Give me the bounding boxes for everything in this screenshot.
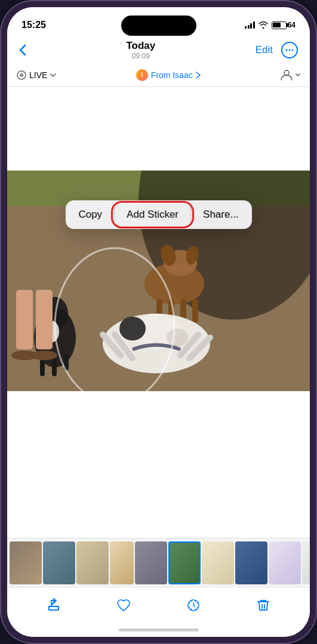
white-space-top	[7, 87, 310, 171]
from-label[interactable]: I From Isaac	[136, 69, 201, 81]
thumbnail-strip[interactable]	[7, 538, 310, 587]
thumbnail-6[interactable]	[168, 541, 201, 584]
thumbnail-2[interactable]	[43, 541, 75, 584]
edit-button[interactable]: Edit	[256, 44, 273, 56]
home-bar	[119, 628, 199, 631]
screen: 15:25 64	[7, 7, 310, 637]
svg-point-3	[284, 70, 289, 75]
add-sticker-menu-item[interactable]: Add Sticker	[115, 203, 190, 227]
svg-point-2	[291, 49, 293, 51]
nav-subtitle: 09:09	[132, 52, 150, 60]
status-icons: 64	[245, 21, 296, 29]
thumbnail-10[interactable]	[302, 541, 310, 584]
avatar: I	[136, 69, 148, 81]
chevron-down-small-icon	[296, 73, 300, 76]
bottom-bar	[7, 587, 310, 623]
thumbnail-1[interactable]	[10, 541, 42, 584]
live-badge[interactable]: LIVE	[17, 70, 56, 80]
share-button[interactable]	[41, 592, 67, 618]
person-button[interactable]	[280, 70, 300, 80]
svg-rect-29	[16, 290, 33, 349]
svg-rect-34	[49, 606, 59, 610]
live-label: LIVE	[29, 70, 47, 80]
chevron-down-icon	[50, 73, 56, 77]
white-space-bottom	[7, 391, 310, 463]
svg-point-32	[31, 351, 57, 360]
thumbnail-8[interactable]	[235, 541, 267, 584]
context-menu: Copy Add Sticker Share...	[65, 200, 251, 229]
photo-toolbar: LIVE I From Isaac	[7, 63, 310, 87]
svg-rect-11	[52, 358, 57, 376]
svg-rect-30	[36, 290, 53, 349]
thumbnail-5[interactable]	[135, 541, 167, 584]
nav-center: Today 09:09	[126, 40, 155, 60]
from-text: From Isaac	[151, 70, 193, 80]
nav-bar: Today 09:09 Edit	[7, 37, 310, 63]
thumbnail-9[interactable]	[269, 541, 301, 584]
more-button[interactable]	[281, 42, 298, 58]
thumbnail-4[interactable]	[110, 541, 134, 584]
battery-icon: 64	[272, 21, 296, 29]
phone-frame: 15:25 64	[0, 0, 317, 644]
nav-title: Today	[126, 40, 155, 52]
chevron-right-icon	[196, 72, 201, 79]
signal-icon	[245, 21, 255, 29]
status-time: 15:25	[21, 20, 46, 30]
live-circle-icon	[17, 70, 26, 80]
photo-area: Copy Add Sticker Share...	[7, 87, 310, 538]
copy-menu-item[interactable]: Copy	[66, 203, 114, 227]
nav-right: Edit	[256, 42, 298, 58]
svg-point-1	[288, 49, 290, 51]
dog-photo: Copy Add Sticker Share...	[7, 171, 310, 391]
back-button[interactable]	[19, 44, 26, 56]
share-menu-item[interactable]: Share...	[191, 203, 251, 227]
svg-point-23	[119, 317, 146, 340]
magic-wand-button[interactable]	[180, 592, 207, 618]
svg-rect-20	[192, 299, 198, 323]
thumbnail-3[interactable]	[76, 541, 109, 584]
heart-button[interactable]	[110, 592, 137, 618]
dynamic-island	[121, 16, 196, 36]
home-indicator	[7, 623, 310, 637]
delete-button[interactable]	[250, 592, 276, 618]
svg-point-24	[167, 329, 188, 346]
wifi-icon	[258, 21, 268, 29]
thumbnail-7[interactable]	[202, 541, 234, 584]
photo-container[interactable]: Copy Add Sticker Share...	[7, 171, 310, 391]
svg-rect-10	[40, 358, 45, 376]
svg-point-0	[285, 49, 287, 51]
